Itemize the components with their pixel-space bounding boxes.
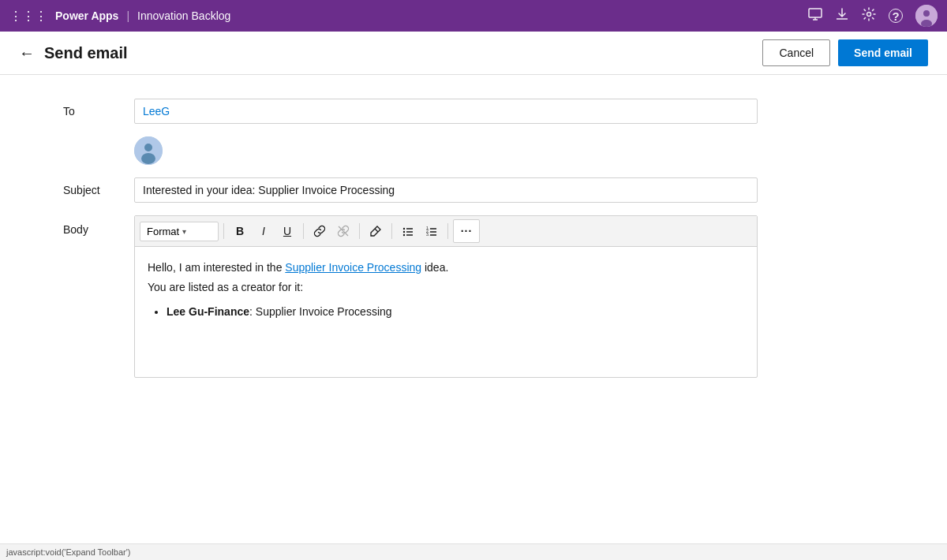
body-list-item: Lee Gu-Finance: Supplier Invoice Process…: [167, 304, 744, 320]
body-line1: Hello, I am interested in the Supplier I…: [148, 259, 744, 276]
topbar-right: ?: [808, 5, 938, 27]
body-prefix: Hello, I am interested in the: [148, 261, 285, 274]
toolbar-divider-3: [359, 223, 360, 239]
topbar: ⋮⋮⋮ Power Apps | Innovation Backlog ?: [0, 0, 947, 32]
svg-point-14: [403, 231, 405, 233]
svg-point-16: [403, 234, 405, 236]
grid-icon[interactable]: ⋮⋮⋮: [9, 9, 47, 24]
bold-button[interactable]: B: [229, 220, 251, 242]
toolbar-divider-4: [391, 223, 392, 239]
body-link[interactable]: Supplier Invoice Processing: [285, 261, 421, 274]
svg-point-10: [141, 153, 155, 164]
more-options-button[interactable]: ···: [454, 220, 479, 242]
svg-text:3.: 3.: [426, 232, 429, 237]
download-icon[interactable]: [835, 7, 849, 24]
cancel-button[interactable]: Cancel: [762, 39, 830, 66]
to-label: To: [63, 99, 134, 118]
subject-row: Subject: [63, 177, 884, 203]
toolbar-divider-1: [223, 223, 224, 239]
status-text: javascript:void('Expand Toolbar'): [6, 547, 130, 557]
bullet-bold: Lee Gu-Finance: [167, 305, 249, 318]
insert-link-button[interactable]: [309, 220, 331, 242]
editor-body[interactable]: Hello, I am interested in the Supplier I…: [135, 247, 757, 377]
app-name: Power Apps: [55, 9, 118, 22]
to-input[interactable]: [134, 99, 758, 124]
contact-avatar: [134, 136, 163, 165]
format-label: Format: [147, 226, 179, 237]
toolbar-divider-2: [303, 223, 304, 239]
bullet-suffix: : Supplier Invoice Processing: [249, 305, 392, 318]
editor-toolbar: Format ▾ B I U: [135, 216, 757, 247]
screen-icon[interactable]: [808, 7, 822, 24]
italic-button[interactable]: I: [253, 220, 275, 242]
page-header: ← Send email Cancel Send email: [0, 32, 947, 75]
highlight-button[interactable]: [365, 220, 387, 242]
topbar-page-name: Innovation Backlog: [137, 9, 230, 22]
main-content: To Subject Body Format ▾ B: [0, 75, 947, 414]
svg-point-6: [923, 10, 930, 17]
subject-input[interactable]: [134, 177, 758, 203]
body-label: Body: [63, 215, 134, 236]
body-row: Body Format ▾ B I U: [63, 215, 884, 378]
remove-link-button[interactable]: [332, 220, 354, 242]
settings-icon[interactable]: [862, 7, 876, 24]
ordered-list-button[interactable]: 1. 2. 3.: [421, 220, 443, 242]
body-suffix: idea.: [421, 261, 448, 274]
format-select[interactable]: Format ▾: [140, 222, 219, 241]
toolbar-divider-5: [447, 223, 448, 239]
svg-rect-0: [809, 9, 822, 17]
status-bar: javascript:void('Expand Toolbar'): [0, 543, 947, 560]
page-title: Send email: [44, 44, 128, 62]
back-arrow-icon: ←: [19, 44, 35, 62]
underline-button[interactable]: U: [276, 220, 298, 242]
help-icon[interactable]: ?: [889, 9, 903, 23]
svg-point-4: [867, 13, 871, 17]
topbar-separator: |: [126, 9, 129, 22]
chevron-down-icon: ▾: [182, 227, 186, 236]
unordered-list-button[interactable]: [397, 220, 419, 242]
more-options-group: ···: [453, 219, 480, 243]
user-avatar[interactable]: [915, 5, 938, 27]
body-editor: Format ▾ B I U: [134, 215, 758, 378]
body-list: Lee Gu-Finance: Supplier Invoice Process…: [167, 304, 744, 320]
svg-point-9: [144, 144, 152, 151]
send-email-button[interactable]: Send email: [838, 39, 928, 66]
svg-point-12: [403, 228, 405, 230]
body-line2: You are listed as a creator for it:: [148, 279, 744, 296]
to-row: To: [63, 99, 884, 124]
header-actions: Cancel Send email: [762, 39, 928, 66]
contact-avatar-row: [134, 136, 884, 165]
back-button[interactable]: ←: [19, 44, 35, 62]
subject-label: Subject: [63, 177, 134, 196]
